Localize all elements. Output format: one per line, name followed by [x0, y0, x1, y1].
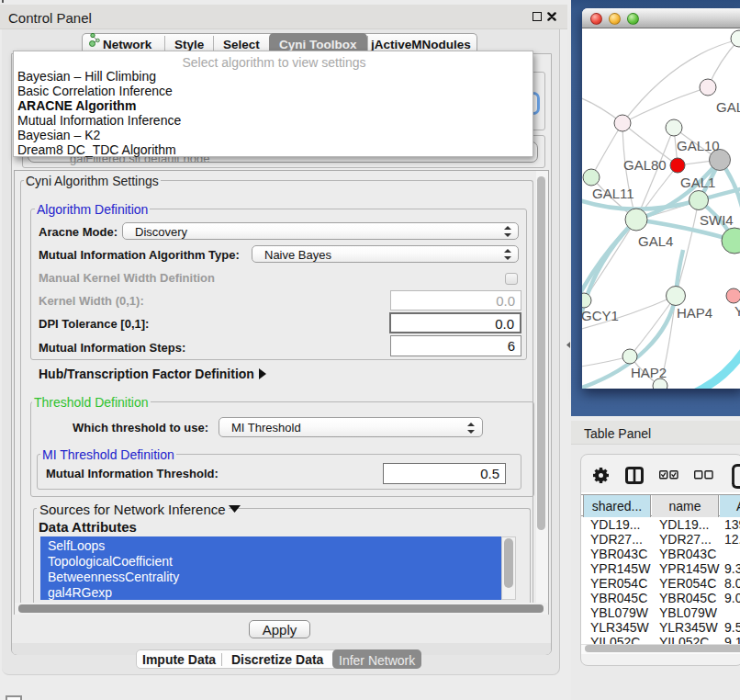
- svg-text:HAP2: HAP2: [631, 365, 667, 380]
- svg-text:Y: Y: [734, 303, 740, 319]
- svg-text:GAL1: GAL1: [680, 175, 715, 190]
- svg-text:SWI4: SWI4: [700, 212, 734, 228]
- svg-text:HAP4: HAP4: [677, 305, 712, 321]
- svg-text:GCY1: GCY1: [582, 308, 619, 323]
- svg-text:GAL11: GAL11: [592, 186, 634, 201]
- svg-text:GAL4: GAL4: [638, 233, 673, 249]
- svg-text:GAL80: GAL80: [623, 157, 667, 173]
- svg-text:GAL8: GAL8: [716, 99, 740, 115]
- svg-text:GAL10: GAL10: [677, 138, 720, 153]
